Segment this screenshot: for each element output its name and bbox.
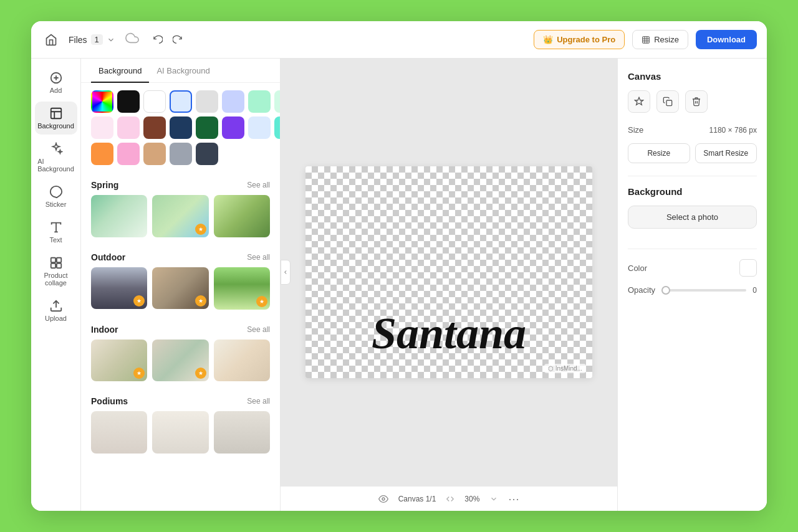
pin-tool-button[interactable] <box>628 90 650 113</box>
sidebar-item-ai-background[interactable]: AI Background <box>35 137 77 178</box>
canvas-expand-icon <box>446 495 454 503</box>
sidebar-item-product-collage[interactable]: Product collage <box>35 251 77 292</box>
podiums-photo-1[interactable] <box>91 411 147 454</box>
spring-photo-2[interactable]: ★ <box>152 195 208 237</box>
zoom-level: 30% <box>464 495 479 503</box>
color-swatch-brown[interactable] <box>143 116 166 139</box>
redo-button[interactable] <box>169 31 186 49</box>
spring-photo-1[interactable] <box>91 195 147 237</box>
resize-buttons-group: Resize Smart Resize <box>628 143 757 163</box>
color-swatch-teal-light[interactable] <box>248 90 271 113</box>
home-button[interactable] <box>41 30 61 50</box>
cloud-save-icon[interactable] <box>125 31 139 48</box>
indoor-photo-1[interactable]: ★ <box>91 340 147 382</box>
outdoor-photo-1[interactable]: ★ <box>91 267 147 310</box>
resize-button[interactable]: Resize <box>632 30 688 49</box>
topbar: Files 1 👑 Upgrade to Pro Resize <box>31 21 767 59</box>
sidebar-item-add[interactable]: Add <box>35 66 77 99</box>
color-swatch-green-pale[interactable] <box>274 90 280 113</box>
content-area: Background AI Background <box>81 59 767 511</box>
color-swatch-gradient[interactable] <box>91 90 113 113</box>
size-label: Size <box>628 125 643 135</box>
sidebar-sticker-label: Sticker <box>46 201 67 208</box>
download-button[interactable]: Download <box>696 30 757 49</box>
canvas-container[interactable]: Santana ⬡ InsMind... <box>305 166 592 378</box>
svg-rect-4 <box>50 108 61 119</box>
tab-ai-background[interactable]: AI Background <box>149 59 217 83</box>
opacity-slider[interactable] <box>661 289 746 292</box>
color-swatch-blue-light[interactable] <box>222 90 244 113</box>
indoor-photo-3[interactable] <box>214 340 270 382</box>
select-photo-button[interactable]: Select a photo <box>628 206 757 229</box>
svg-rect-0 <box>643 36 650 43</box>
color-swatch-pink-light[interactable] <box>117 116 140 139</box>
outdoor-photo-2[interactable]: ★ <box>152 267 208 310</box>
podiums-see-all[interactable]: See all <box>247 397 270 406</box>
color-swatch-dark-green[interactable] <box>196 116 218 139</box>
resize-canvas-button[interactable]: Resize <box>628 143 690 163</box>
podiums-photo-3[interactable] <box>214 411 270 454</box>
podiums-section-header: Podiums See all <box>81 391 280 411</box>
duplicate-tool-button[interactable] <box>656 90 679 113</box>
sidebar-item-text[interactable]: Text <box>35 216 77 249</box>
color-swatch-blue-selected[interactable] <box>170 90 192 113</box>
canvas-area[interactable]: Santana ⬡ InsMind... <box>281 59 617 486</box>
canvas-watermark: ⬡ InsMind... <box>544 364 586 373</box>
color-swatch-orange[interactable] <box>91 143 113 165</box>
outdoor-section-header: Outdoor See all <box>81 247 280 267</box>
smart-resize-button[interactable]: Smart Resize <box>695 143 757 163</box>
right-panel: Canvas Size 1180 × 786 px <box>617 59 767 511</box>
canvas-tools <box>628 90 757 113</box>
color-swatch-white[interactable] <box>143 90 166 113</box>
podiums-photo-2[interactable] <box>152 411 208 454</box>
outdoor-title: Outdoor <box>91 252 125 262</box>
color-swatches-grid <box>81 90 280 175</box>
color-swatch-gray-light[interactable] <box>196 90 218 113</box>
canvas-text: Santana <box>372 308 526 359</box>
spring-photo-grid: ★ <box>81 195 280 247</box>
indoor-photo-grid: ★ ★ <box>81 340 280 392</box>
undo-button[interactable] <box>149 31 166 49</box>
spring-photo-3[interactable] <box>214 195 270 237</box>
color-swatch-black[interactable] <box>117 90 140 113</box>
outdoor-photo-3[interactable]: ★ <box>214 267 270 310</box>
delete-tool-button[interactable] <box>685 90 708 113</box>
divider-1 <box>628 176 757 176</box>
color-swatch-navy[interactable] <box>170 116 192 139</box>
upgrade-label: Upgrade to Pro <box>557 35 615 44</box>
color-swatch-pink-med[interactable] <box>117 143 140 165</box>
opacity-thumb[interactable] <box>661 286 670 295</box>
color-swatch-teal[interactable] <box>274 116 280 139</box>
color-swatch-button[interactable] <box>739 259 757 277</box>
background-panel: Background AI Background <box>81 59 281 511</box>
indoor-section-header: Indoor See all <box>81 320 280 340</box>
upgrade-button[interactable]: 👑 Upgrade to Pro <box>534 30 625 49</box>
tab-background[interactable]: Background <box>91 59 149 83</box>
color-swatch-dark-gray[interactable] <box>196 143 218 165</box>
sidebar-item-background[interactable]: Background <box>35 102 77 135</box>
svg-rect-13 <box>666 100 672 106</box>
options-dots[interactable]: ⋯ <box>508 492 519 506</box>
main-body: Add Background AI Background <box>31 59 767 511</box>
color-swatch-tan[interactable] <box>143 143 166 165</box>
spring-title: Spring <box>91 180 118 190</box>
color-swatch-gray-med[interactable] <box>170 143 192 165</box>
download-label: Download <box>707 35 746 44</box>
podiums-photo-grid <box>81 411 280 463</box>
spring-see-all[interactable]: See all <box>247 181 270 189</box>
color-swatch-purple[interactable] <box>222 116 244 139</box>
indoor-photo-2[interactable]: ★ <box>152 340 208 382</box>
sidebar-item-sticker[interactable]: Sticker <box>35 180 77 213</box>
svg-rect-10 <box>56 264 60 268</box>
color-swatch-blue-pale[interactable] <box>248 116 271 139</box>
sidebar-item-upload[interactable]: Upload <box>35 294 77 327</box>
canvas-bottom-bar: Canvas 1/1 30% ⋯ <box>281 486 617 511</box>
svg-rect-9 <box>50 264 55 268</box>
color-swatch-pink-pale[interactable] <box>91 116 113 139</box>
panel-collapse-arrow[interactable] <box>281 260 291 285</box>
undo-redo-group <box>149 31 186 49</box>
outdoor-see-all[interactable]: See all <box>247 253 270 262</box>
indoor-see-all[interactable]: See all <box>247 325 270 334</box>
color-label: Color <box>628 264 647 273</box>
files-menu[interactable]: Files 1 <box>69 34 115 45</box>
